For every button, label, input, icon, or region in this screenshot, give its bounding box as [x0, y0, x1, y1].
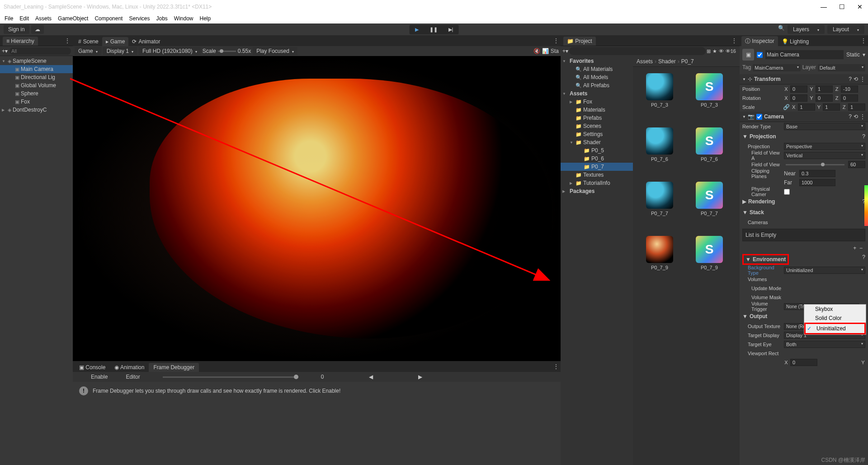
breadcrumb-p07[interactable]: P0_7: [681, 58, 694, 65]
menu-help[interactable]: Help: [200, 15, 211, 22]
layer-dropdown[interactable]: Default: [818, 64, 865, 71]
camera-header[interactable]: ▼📷 Camera ?⟲⋮: [740, 112, 868, 122]
add-camera-icon[interactable]: +: [853, 245, 856, 251]
project-tree-item[interactable]: 📁P0_5: [561, 146, 633, 155]
scene-menu-icon[interactable]: ⋮: [553, 38, 559, 44]
play-focused-dropdown[interactable]: Play Focused: [253, 47, 297, 55]
reset-icon[interactable]: ⟲: [854, 76, 858, 82]
pos-x[interactable]: [790, 85, 807, 93]
asset-cell[interactable]: P0_7_7: [639, 182, 680, 227]
tab-console[interactable]: ▣ Console: [75, 363, 110, 372]
gameobject-icon[interactable]: ▣: [742, 49, 754, 61]
scl-z[interactable]: [848, 103, 865, 111]
tag-dropdown[interactable]: MainCamera: [753, 64, 800, 71]
project-tree-item[interactable]: 📁P0_6: [561, 155, 633, 163]
project-search[interactable]: [569, 47, 706, 55]
next-icon[interactable]: ▶: [418, 374, 422, 380]
maximize-icon[interactable]: ☐: [837, 3, 846, 10]
menu-gameobject[interactable]: GameObject: [58, 15, 88, 22]
menu-jobs[interactable]: Jobs: [156, 15, 167, 22]
project-tree-item[interactable]: ▼Assets: [561, 89, 633, 98]
tab-lighting[interactable]: 💡 Lighting: [778, 37, 812, 46]
tab-scene[interactable]: # Scene: [75, 37, 102, 46]
mute-icon[interactable]: 🔇: [533, 48, 540, 54]
game-mode-dropdown[interactable]: Game: [75, 47, 101, 55]
project-tree-item[interactable]: 📁Settings: [561, 130, 633, 138]
menu-icon[interactable]: ⋮: [860, 113, 865, 120]
asset-cell[interactable]: P0_7_6: [639, 127, 680, 173]
bgtype-dropdown[interactable]: Uninitialized: [784, 267, 865, 274]
fov-slider[interactable]: [786, 164, 844, 165]
scale-slider[interactable]: [218, 51, 236, 52]
project-tree-item[interactable]: 🔍All Models: [561, 73, 633, 81]
layers-dropdown[interactable]: Layers: [788, 25, 825, 34]
far-input[interactable]: [799, 179, 835, 186]
hierarchy-item[interactable]: ▣Fox: [0, 98, 73, 106]
cloud-button[interactable]: ☁: [31, 25, 44, 34]
environment-section[interactable]: Environment: [753, 256, 786, 263]
projection-dropdown[interactable]: Perspective: [784, 143, 865, 150]
minimize-icon[interactable]: —: [819, 3, 828, 10]
pause-button-icon[interactable]: ❚❚: [424, 25, 443, 34]
layout-dropdown[interactable]: Layout: [827, 25, 864, 34]
tab-framedebugger[interactable]: Frame Debugger: [149, 363, 199, 372]
scl-y[interactable]: [823, 103, 840, 111]
help-icon[interactable]: ?: [849, 113, 852, 120]
asset-cell[interactable]: SP0_7_3: [689, 73, 730, 118]
stack-section[interactable]: Stack: [750, 209, 764, 216]
project-tree-item[interactable]: ▶Packages: [561, 187, 633, 195]
breadcrumb-shader[interactable]: Shader: [658, 58, 676, 65]
editor-dropdown[interactable]: Editor: [126, 374, 140, 380]
project-tree-item[interactable]: 📁Materials: [561, 106, 633, 114]
signin-button[interactable]: Sign in: [4, 25, 29, 34]
fovaxis-dropdown[interactable]: Vertical: [784, 152, 865, 159]
project-tree-item[interactable]: 🔍All Materials: [561, 65, 633, 73]
projection-section[interactable]: Projection: [750, 133, 776, 140]
rot-y[interactable]: [816, 94, 833, 102]
hierarchy-item[interactable]: ▣Global Volume: [0, 81, 73, 89]
reset-icon[interactable]: ⟲: [854, 113, 858, 120]
hierarchy-item[interactable]: ▶◈DontDestroyC: [0, 106, 73, 114]
breadcrumb-assets[interactable]: Assets: [637, 58, 653, 65]
game-viewport[interactable]: [73, 56, 561, 361]
bottom-menu-icon[interactable]: ⋮: [553, 363, 559, 370]
hierarchy-menu-icon[interactable]: ⋮: [65, 38, 70, 44]
add-icon[interactable]: +▾: [562, 48, 568, 54]
project-tree-item[interactable]: ▼Favorites: [561, 57, 633, 65]
help-icon[interactable]: ?: [862, 133, 865, 140]
asset-cell[interactable]: SP0_7_6: [689, 127, 730, 173]
project-tab[interactable]: 📁 Project: [563, 37, 596, 46]
link-icon[interactable]: 🔗: [783, 104, 790, 110]
static-dropdown-icon[interactable]: ▾: [863, 52, 865, 58]
option-solidcolor[interactable]: Solid Color: [804, 314, 866, 323]
play-button-icon[interactable]: ▶: [410, 25, 424, 34]
project-tree-item[interactable]: 📁Textures: [561, 171, 633, 179]
near-input[interactable]: [799, 170, 835, 177]
project-tree-item[interactable]: 📁Scenes: [561, 122, 633, 130]
tab-animation[interactable]: ◉ Animation: [110, 363, 149, 372]
tab-animator[interactable]: ⟳ Animator: [128, 37, 164, 46]
output-section[interactable]: Output: [750, 313, 767, 319]
menu-window[interactable]: Window: [174, 15, 193, 22]
hierarchy-item[interactable]: ▣Main Camera: [0, 65, 73, 73]
teye-dropdown[interactable]: Both: [784, 341, 865, 348]
option-uninitialized[interactable]: Uninitialized: [804, 323, 866, 334]
asset-cell[interactable]: SP0_7_7: [689, 182, 730, 227]
pos-y[interactable]: [816, 85, 833, 93]
inspector-menu-icon[interactable]: ⋮: [861, 38, 866, 44]
enable-button[interactable]: Enable: [91, 374, 108, 380]
gameobject-name-input[interactable]: [765, 50, 844, 59]
prev-icon[interactable]: ◀: [369, 374, 373, 380]
favorite-icon[interactable]: ★: [712, 48, 717, 54]
hidden-icon[interactable]: 👁: [719, 48, 724, 54]
menu-services[interactable]: Services: [129, 15, 150, 22]
project-tree-item[interactable]: 📁P0_7: [561, 163, 633, 171]
tab-inspector[interactable]: ⓘ Inspector: [741, 36, 778, 47]
rendering-section[interactable]: Rendering: [748, 198, 775, 205]
remove-camera-icon[interactable]: −: [859, 245, 863, 251]
hierarchy-item[interactable]: ▣Directional Lig: [0, 73, 73, 81]
help-icon[interactable]: ?: [862, 254, 865, 260]
rot-x[interactable]: [790, 94, 807, 102]
project-tree-item[interactable]: 🔍All Prefabs: [561, 81, 633, 89]
project-tree-item[interactable]: 📁Prefabs: [561, 114, 633, 122]
